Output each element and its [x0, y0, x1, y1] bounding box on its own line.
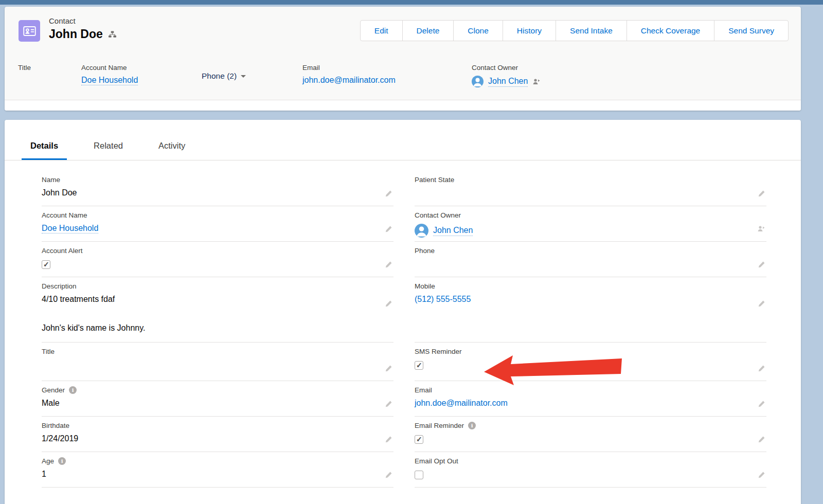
account-name-label: Account Name: [42, 211, 87, 219]
field-row-name: Name John Doe: [42, 171, 393, 206]
change-owner-icon[interactable]: [532, 78, 541, 86]
field-row-title: Title: [42, 343, 393, 381]
highlight-phone: Phone (2): [202, 64, 302, 87]
chevron-down-icon: [241, 75, 246, 78]
sms-reminder-checkbox[interactable]: [415, 361, 423, 370]
field-row-gender: Gender Male: [42, 381, 393, 417]
phone-dropdown-label: Phone (2): [202, 71, 237, 81]
contact-owner-link[interactable]: John Chen: [433, 226, 473, 236]
edit-birthdate-icon[interactable]: [385, 436, 392, 443]
email-reminder-info-icon[interactable]: [468, 422, 476, 429]
email-label: Email: [415, 386, 432, 394]
owner-link[interactable]: John Chen: [488, 77, 528, 87]
record-head: Contact John Doe Edit Delete Clone Histo…: [5, 7, 801, 57]
send-intake-button[interactable]: Send Intake: [556, 20, 627, 41]
account-name-detail-link[interactable]: Doe Household: [42, 224, 98, 233]
phone-dropdown-trigger[interactable]: Phone (2): [202, 71, 246, 81]
edit-sms-reminder-icon[interactable]: [758, 365, 765, 372]
change-owner-detail-icon[interactable]: [757, 225, 765, 233]
edit-description-icon[interactable]: [385, 300, 392, 308]
field-row-mobile: Mobile (512) 555-5555: [415, 277, 766, 343]
birthdate-label: Birthdate: [42, 422, 69, 429]
edit-age-icon[interactable]: [385, 471, 392, 479]
send-survey-button[interactable]: Send Survey: [714, 20, 789, 41]
field-row-email-reminder: Email Reminder: [415, 417, 766, 452]
contact-object-icon: [19, 20, 40, 42]
check-coverage-button[interactable]: Check Coverage: [627, 20, 714, 41]
highlight-email: Email john.doe@mailinator.com: [302, 64, 472, 87]
edit-name-icon[interactable]: [385, 190, 392, 197]
email-reminder-label: Email Reminder: [415, 422, 464, 429]
edit-account-name-icon[interactable]: [385, 225, 392, 233]
tab-related[interactable]: Related: [85, 133, 132, 160]
hierarchy-icon[interactable]: [109, 31, 116, 38]
sms-reminder-label: SMS Reminder: [415, 348, 462, 355]
highlight-contact-owner: Contact Owner John Chen: [472, 64, 541, 87]
edit-mobile-icon[interactable]: [758, 300, 765, 308]
tab-activity[interactable]: Activity: [150, 133, 194, 160]
field-row-email: Email john.doe@mailinator.com: [415, 381, 766, 417]
record-detail-card: Details Related Activity Name John Doe A…: [5, 120, 801, 504]
age-value: 1: [42, 470, 393, 479]
highlight-account-label: Account Name: [81, 64, 202, 71]
email-detail-link[interactable]: john.doe@mailinator.com: [415, 399, 508, 407]
highlight-email-label: Email: [302, 64, 472, 71]
header-bottom-strip: [5, 100, 801, 111]
edit-account-alert-icon[interactable]: [385, 261, 392, 268]
patient-state-label: Patient State: [415, 176, 454, 184]
field-row-phone: Phone: [415, 242, 766, 277]
name-label: Name: [42, 176, 60, 184]
record-header-card: Contact John Doe Edit Delete Clone Histo…: [5, 7, 801, 111]
phone-label: Phone: [415, 247, 435, 255]
field-row-account-alert: Account Alert: [42, 242, 393, 277]
field-row-description: Description 4/10 treatments fdaf John's …: [42, 277, 393, 343]
action-button-group: Edit Delete Clone History Send Intake Ch…: [360, 20, 789, 41]
highlights-panel: Title Account Name Doe Household Phone (…: [5, 57, 801, 100]
owner-avatar-detail: [415, 224, 428, 238]
owner-avatar: [472, 76, 484, 87]
mobile-link[interactable]: (512) 555-5555: [415, 295, 471, 303]
description-line-1: 4/10 treatments fdaf: [42, 295, 115, 303]
edit-email-icon[interactable]: [758, 400, 765, 408]
history-button[interactable]: History: [503, 20, 556, 41]
name-value: John Doe: [42, 188, 393, 197]
birthdate-value: 1/24/2019: [42, 434, 393, 443]
age-info-icon[interactable]: [58, 457, 66, 465]
edit-gender-icon[interactable]: [385, 400, 392, 408]
mobile-label: Mobile: [415, 282, 435, 290]
highlight-owner-label: Contact Owner: [472, 64, 541, 71]
field-row-email-opt-out: Email Opt Out: [415, 452, 766, 488]
edit-patient-state-icon[interactable]: [758, 190, 765, 197]
details-left-column: Name John Doe Account Name Doe Household…: [42, 171, 393, 488]
email-link[interactable]: john.doe@mailinator.com: [302, 76, 396, 84]
field-row-account-name: Account Name Doe Household: [42, 206, 393, 242]
entity-label: Contact: [49, 16, 116, 25]
gender-info-icon[interactable]: [69, 386, 77, 394]
account-alert-checkbox[interactable]: [42, 260, 50, 269]
top-banner: [0, 0, 823, 5]
details-form: Name John Doe Account Name Doe Household…: [5, 160, 801, 488]
edit-button[interactable]: Edit: [360, 20, 403, 41]
contact-owner-label: Contact Owner: [415, 211, 461, 219]
highlight-account-name: Account Name Doe Household: [81, 64, 202, 87]
edit-title-icon[interactable]: [385, 365, 392, 372]
email-opt-out-checkbox[interactable]: [415, 471, 423, 479]
tab-details[interactable]: Details: [22, 133, 67, 160]
field-row-sms-reminder: SMS Reminder: [415, 343, 766, 381]
account-alert-label: Account Alert: [42, 247, 83, 255]
field-row-contact-owner: Contact Owner John Chen: [415, 206, 766, 242]
edit-email-reminder-icon[interactable]: [758, 436, 765, 443]
record-name: John Doe: [49, 27, 103, 41]
email-reminder-checkbox[interactable]: [415, 435, 423, 444]
title-label: Title: [42, 348, 55, 355]
highlight-title: Title: [18, 64, 81, 87]
gender-value: Male: [42, 399, 393, 408]
field-row-patient-state: Patient State: [415, 171, 766, 206]
email-opt-out-label: Email Opt Out: [415, 457, 458, 465]
account-name-link[interactable]: Doe Household: [81, 76, 138, 85]
description-line-2: John's kid's name is Johnny.: [42, 323, 393, 333]
edit-email-opt-out-icon[interactable]: [758, 471, 765, 479]
clone-button[interactable]: Clone: [453, 20, 503, 41]
delete-button[interactable]: Delete: [402, 20, 454, 41]
edit-phone-icon[interactable]: [758, 261, 765, 268]
